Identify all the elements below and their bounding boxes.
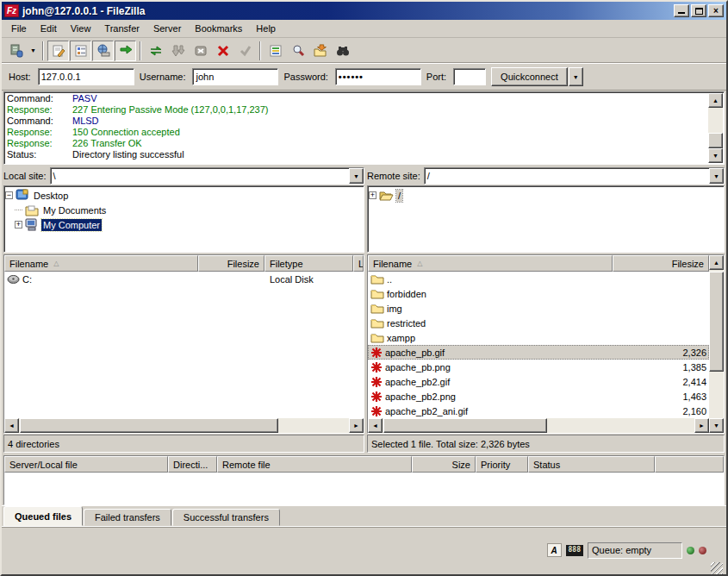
scrollbar-thumb[interactable]: [20, 418, 278, 433]
find-files-button[interactable]: [332, 41, 353, 61]
quickconnect-dropdown[interactable]: ▼: [569, 67, 583, 86]
toggle-log-view-button[interactable]: [47, 41, 69, 61]
column-header-filename[interactable]: Filename △: [368, 255, 613, 272]
search-button[interactable]: [287, 41, 308, 61]
tree-label[interactable]: My Documents: [41, 204, 108, 216]
remote-tree[interactable]: + /: [367, 185, 725, 253]
tree-label[interactable]: Desktop: [32, 190, 70, 202]
delete-button[interactable]: [212, 41, 233, 61]
column-header-direction[interactable]: Directi...: [168, 456, 217, 473]
dir-row[interactable]: forbidden: [368, 286, 709, 301]
log-scrollbar[interactable]: ▲ ▼: [708, 93, 723, 163]
tab-failed-transfers[interactable]: Failed transfers: [84, 509, 171, 526]
scroll-right-icon[interactable]: ►: [694, 418, 709, 433]
apply-button[interactable]: [234, 41, 256, 61]
remote-rows[interactable]: .. forbidden: [368, 272, 709, 418]
tree-item-desktop[interactable]: − Desktop: [5, 188, 363, 203]
expand-icon[interactable]: +: [15, 221, 22, 229]
local-site-dropdown[interactable]: ▼: [349, 168, 364, 184]
queue-list-empty[interactable]: [4, 473, 724, 504]
dir-row[interactable]: ..: [368, 272, 709, 286]
dir-row[interactable]: xampp: [368, 330, 709, 345]
close-button[interactable]: ×: [708, 4, 724, 17]
dir-row[interactable]: restricted: [368, 316, 709, 330]
tree-item-root[interactable]: + /: [369, 188, 723, 203]
column-header-size[interactable]: Size: [412, 456, 476, 473]
filter-button[interactable]: [264, 41, 286, 61]
cancel-operation-button[interactable]: [190, 41, 211, 61]
site-manager-dropdown[interactable]: ▼: [28, 41, 39, 61]
scroll-down-icon[interactable]: ▼: [709, 418, 724, 433]
scroll-left-icon[interactable]: ◄: [4, 418, 19, 433]
file-row[interactable]: apache_pb.png 1,385: [368, 360, 709, 374]
titlebar[interactable]: Fz john@127.0.0.1 - FileZilla ×: [2, 2, 726, 20]
remote-vertical-scrollbar[interactable]: ▲ ▼: [709, 255, 724, 433]
tab-successful-transfers[interactable]: Successful transfers: [172, 509, 280, 526]
collapse-icon[interactable]: −: [5, 191, 13, 199]
tree-label-selected[interactable]: /: [396, 190, 402, 202]
column-header-last-modified[interactable]: L: [353, 255, 364, 272]
file-row[interactable]: apache_pb2.gif 2,414: [368, 374, 709, 389]
local-rows[interactable]: C: Local Disk: [4, 272, 364, 418]
column-header-filetype[interactable]: Filetype: [264, 255, 353, 272]
port-input[interactable]: [453, 68, 486, 85]
remote-site-combo[interactable]: / ▼: [424, 167, 725, 185]
toggle-local-tree-button[interactable]: [70, 41, 91, 61]
remote-site-dropdown[interactable]: ▼: [709, 168, 724, 184]
host-input[interactable]: [38, 68, 134, 85]
password-input[interactable]: [335, 68, 421, 85]
synchronized-browsing-button[interactable]: [309, 41, 331, 61]
speed-limit-icon[interactable]: 888: [566, 545, 583, 556]
local-site-combo[interactable]: \ ▼: [50, 167, 364, 185]
scroll-up-icon[interactable]: ▲: [708, 93, 723, 108]
column-header-filesize[interactable]: Filesize: [198, 255, 264, 272]
tree-label-selected[interactable]: My Computer: [41, 219, 102, 231]
transfer-type-indicator-icon[interactable]: A: [547, 543, 562, 557]
scroll-right-icon[interactable]: ►: [349, 418, 364, 433]
refresh-button[interactable]: [145, 41, 166, 61]
column-header-filesize[interactable]: Filesize: [613, 255, 709, 272]
toggle-queue-view-button[interactable]: [115, 41, 136, 61]
process-queue-button[interactable]: [167, 41, 189, 61]
menu-server[interactable]: Server: [147, 22, 187, 35]
local-tree[interactable]: − Desktop My Documents +: [3, 185, 364, 253]
resize-grip[interactable]: [711, 562, 723, 574]
tab-queued-files[interactable]: Queued files: [3, 506, 83, 526]
scrollbar-thumb[interactable]: [709, 272, 724, 372]
file-row[interactable]: apache_pb2_ani.gif 2,160: [368, 404, 709, 418]
maximize-button[interactable]: [691, 4, 706, 17]
file-row[interactable]: apache_pb2.png 1,463: [368, 389, 709, 404]
username-input[interactable]: [192, 68, 278, 85]
menu-transfer[interactable]: Transfer: [98, 22, 146, 35]
column-header-server-local-file[interactable]: Server/Local file: [4, 456, 168, 473]
menu-file[interactable]: File: [5, 22, 33, 35]
scroll-left-icon[interactable]: ◄: [368, 418, 383, 433]
scroll-down-icon[interactable]: ▼: [708, 148, 723, 163]
remote-horizontal-scrollbar[interactable]: ◄ ►: [368, 418, 709, 433]
local-horizontal-scrollbar[interactable]: ◄ ►: [4, 418, 364, 433]
column-header-filename[interactable]: Filename △: [4, 255, 198, 272]
tree-item-my-computer[interactable]: + My Computer: [5, 217, 363, 232]
toggle-remote-tree-button[interactable]: [92, 41, 114, 61]
remote-site-value[interactable]: /: [425, 168, 709, 184]
column-header-status[interactable]: Status: [528, 456, 655, 473]
column-header-remote-file[interactable]: Remote file: [217, 456, 412, 473]
expand-icon[interactable]: +: [369, 191, 376, 199]
scroll-up-icon[interactable]: ▲: [709, 255, 724, 270]
site-manager-button[interactable]: [5, 41, 27, 61]
menu-view[interactable]: View: [65, 22, 97, 35]
file-row-selected[interactable]: apache_pb.gif 2,326: [368, 345, 709, 360]
local-site-value[interactable]: \: [51, 168, 349, 184]
message-log[interactable]: Command: PASV Response: 227 Entering Pas…: [3, 91, 725, 165]
menu-help[interactable]: Help: [250, 22, 282, 35]
scrollbar-thumb[interactable]: [383, 418, 547, 433]
minimize-button[interactable]: [674, 4, 689, 17]
column-header-priority[interactable]: Priority: [476, 456, 528, 473]
log-scrollbar-thumb[interactable]: [708, 133, 723, 148]
dir-row[interactable]: img: [368, 301, 709, 316]
menu-edit[interactable]: Edit: [34, 22, 63, 35]
quickconnect-button[interactable]: Quickconnect: [491, 67, 568, 86]
file-row-c-drive[interactable]: C: Local Disk: [4, 272, 364, 286]
tree-item-my-documents[interactable]: My Documents: [5, 203, 363, 217]
menu-bookmarks[interactable]: Bookmarks: [189, 22, 248, 35]
